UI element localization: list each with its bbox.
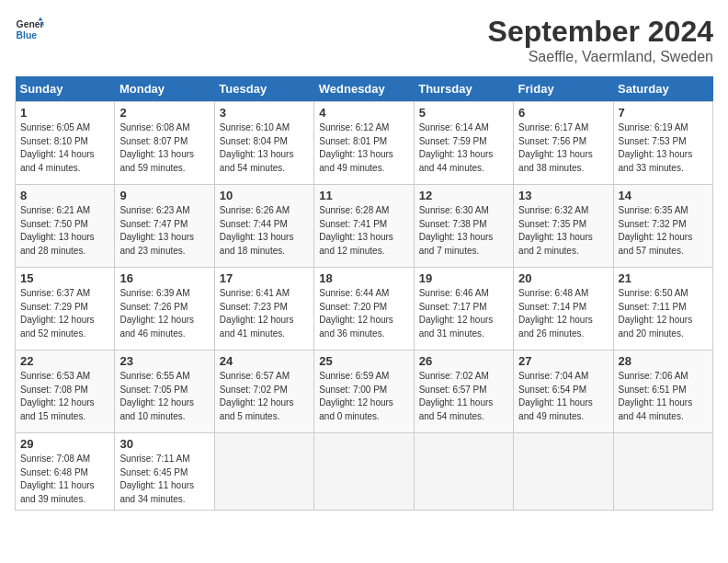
day-number: 27 [518, 354, 608, 368]
day-number: 7 [619, 106, 708, 120]
day-number: 23 [119, 354, 209, 368]
day-number: 15 [20, 271, 109, 285]
table-row: 26Sunrise: 7:02 AMSunset: 6:57 PMDayligh… [414, 350, 513, 433]
table-row: 12Sunrise: 6:30 AMSunset: 7:38 PMDayligh… [414, 185, 513, 268]
logo: General Blue [15, 15, 44, 44]
table-row: 8Sunrise: 6:21 AMSunset: 7:50 PMDaylight… [16, 185, 115, 268]
day-info: Sunrise: 6:17 AMSunset: 7:56 PMDaylight:… [518, 121, 608, 175]
table-row: 11Sunrise: 6:28 AMSunset: 7:41 PMDayligh… [314, 185, 414, 268]
table-row: 22Sunrise: 6:53 AMSunset: 7:08 PMDayligh… [16, 350, 115, 433]
table-row: 30Sunrise: 7:11 AMSunset: 6:45 PMDayligh… [115, 433, 214, 511]
day-number: 5 [419, 106, 508, 120]
table-row: 17Sunrise: 6:41 AMSunset: 7:23 PMDayligh… [214, 268, 313, 350]
day-info: Sunrise: 6:32 AMSunset: 7:35 PMDaylight:… [518, 204, 608, 258]
day-number: 18 [319, 271, 408, 285]
table-row: 21Sunrise: 6:50 AMSunset: 7:11 PMDayligh… [613, 268, 712, 350]
day-info: Sunrise: 6:55 AMSunset: 7:05 PMDaylight:… [119, 370, 209, 423]
table-row: 20Sunrise: 6:48 AMSunset: 7:14 PMDayligh… [514, 268, 613, 350]
table-row: 6Sunrise: 6:17 AMSunset: 7:56 PMDaylight… [514, 102, 613, 185]
day-info: Sunrise: 6:39 AMSunset: 7:26 PMDaylight:… [119, 287, 209, 340]
table-row: 23Sunrise: 6:55 AMSunset: 7:05 PMDayligh… [115, 350, 214, 433]
table-row: 25Sunrise: 6:59 AMSunset: 7:00 PMDayligh… [314, 350, 414, 433]
col-wednesday: Wednesday [314, 76, 414, 102]
day-info: Sunrise: 6:59 AMSunset: 7:00 PMDaylight:… [319, 370, 408, 423]
col-saturday: Saturday [613, 76, 712, 102]
day-number: 22 [20, 354, 109, 368]
table-row: 7Sunrise: 6:19 AMSunset: 7:53 PMDaylight… [613, 102, 712, 185]
day-number: 13 [518, 189, 608, 202]
day-number: 2 [119, 106, 209, 120]
header: General Blue September 2024 Saeffle, Vae… [15, 15, 713, 65]
table-row: 28Sunrise: 7:06 AMSunset: 6:51 PMDayligh… [613, 350, 712, 433]
day-number: 4 [319, 106, 408, 120]
day-number: 24 [220, 354, 309, 368]
table-row: 4Sunrise: 6:12 AMSunset: 8:01 PMDaylight… [314, 102, 414, 185]
table-row [314, 433, 414, 511]
table-row: 2Sunrise: 6:08 AMSunset: 8:07 PMDaylight… [115, 102, 214, 185]
day-info: Sunrise: 6:30 AMSunset: 7:38 PMDaylight:… [419, 204, 508, 258]
day-number: 19 [419, 271, 508, 285]
col-thursday: Thursday [414, 76, 513, 102]
day-number: 26 [419, 354, 508, 368]
table-row: 19Sunrise: 6:46 AMSunset: 7:17 PMDayligh… [414, 268, 513, 350]
table-row: 1Sunrise: 6:05 AMSunset: 8:10 PMDaylight… [16, 102, 115, 185]
day-info: Sunrise: 6:46 AMSunset: 7:17 PMDaylight:… [419, 287, 508, 340]
day-info: Sunrise: 6:12 AMSunset: 8:01 PMDaylight:… [319, 121, 408, 175]
col-sunday: Sunday [16, 76, 115, 102]
col-monday: Monday [115, 76, 214, 102]
day-info: Sunrise: 6:57 AMSunset: 7:02 PMDaylight:… [220, 370, 309, 423]
svg-marker-2 [39, 17, 43, 20]
logo-icon: General Blue [15, 15, 44, 44]
day-info: Sunrise: 6:26 AMSunset: 7:44 PMDaylight:… [220, 204, 309, 258]
day-info: Sunrise: 6:10 AMSunset: 8:04 PMDaylight:… [220, 121, 309, 175]
table-row: 14Sunrise: 6:35 AMSunset: 7:32 PMDayligh… [613, 185, 712, 268]
day-number: 30 [119, 437, 209, 451]
day-number: 8 [20, 189, 109, 202]
table-row [414, 433, 513, 511]
day-number: 25 [319, 354, 408, 368]
day-number: 17 [220, 271, 309, 285]
table-row: 16Sunrise: 6:39 AMSunset: 7:26 PMDayligh… [115, 268, 214, 350]
day-info: Sunrise: 6:28 AMSunset: 7:41 PMDaylight:… [319, 204, 408, 258]
day-number: 20 [518, 271, 608, 285]
table-row: 27Sunrise: 7:04 AMSunset: 6:54 PMDayligh… [514, 350, 613, 433]
day-info: Sunrise: 7:04 AMSunset: 6:54 PMDaylight:… [518, 370, 608, 423]
day-info: Sunrise: 6:19 AMSunset: 7:53 PMDaylight:… [619, 121, 708, 175]
day-number: 11 [319, 189, 408, 202]
day-number: 3 [220, 106, 309, 120]
day-number: 6 [518, 106, 608, 120]
table-row: 29Sunrise: 7:08 AMSunset: 6:48 PMDayligh… [16, 433, 115, 511]
day-number: 16 [119, 271, 209, 285]
day-number: 28 [619, 354, 708, 368]
day-info: Sunrise: 6:14 AMSunset: 7:59 PMDaylight:… [419, 121, 508, 175]
day-number: 29 [20, 437, 109, 451]
table-row: 3Sunrise: 6:10 AMSunset: 8:04 PMDaylight… [214, 102, 313, 185]
day-number: 1 [20, 106, 109, 120]
day-info: Sunrise: 7:11 AMSunset: 6:45 PMDaylight:… [119, 453, 209, 506]
day-info: Sunrise: 6:44 AMSunset: 7:20 PMDaylight:… [319, 287, 408, 340]
table-row: 15Sunrise: 6:37 AMSunset: 7:29 PMDayligh… [16, 268, 115, 350]
col-friday: Friday [514, 76, 613, 102]
day-info: Sunrise: 6:08 AMSunset: 8:07 PMDaylight:… [119, 121, 209, 175]
day-number: 21 [619, 271, 708, 285]
svg-text:Blue: Blue [17, 30, 38, 40]
table-row: 18Sunrise: 6:44 AMSunset: 7:20 PMDayligh… [314, 268, 414, 350]
day-info: Sunrise: 6:48 AMSunset: 7:14 PMDaylight:… [518, 287, 608, 340]
title-block: September 2024 Saeffle, Vaermland, Swede… [488, 15, 713, 65]
header-row: Sunday Monday Tuesday Wednesday Thursday… [16, 76, 713, 102]
day-number: 12 [419, 189, 508, 202]
day-info: Sunrise: 7:02 AMSunset: 6:57 PMDaylight:… [419, 370, 508, 423]
table-row [214, 433, 313, 511]
day-info: Sunrise: 6:41 AMSunset: 7:23 PMDaylight:… [220, 287, 309, 340]
month-title: September 2024 [488, 15, 713, 49]
day-info: Sunrise: 7:08 AMSunset: 6:48 PMDaylight:… [20, 453, 109, 506]
day-number: 10 [220, 189, 309, 202]
table-row: 5Sunrise: 6:14 AMSunset: 7:59 PMDaylight… [414, 102, 513, 185]
day-info: Sunrise: 6:50 AMSunset: 7:11 PMDaylight:… [619, 287, 708, 340]
table-row [514, 433, 613, 511]
day-number: 14 [619, 189, 708, 202]
calendar-table: Sunday Monday Tuesday Wednesday Thursday… [15, 76, 713, 511]
table-row [613, 433, 712, 511]
day-info: Sunrise: 6:37 AMSunset: 7:29 PMDaylight:… [20, 287, 109, 340]
day-info: Sunrise: 6:35 AMSunset: 7:32 PMDaylight:… [619, 204, 708, 258]
